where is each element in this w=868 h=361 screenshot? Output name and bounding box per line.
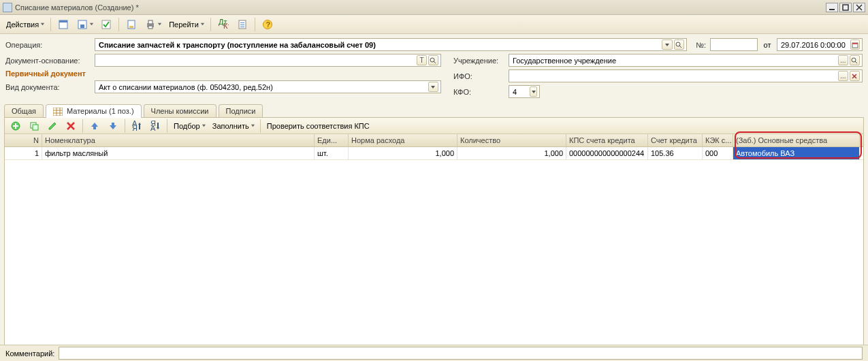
maximize-button[interactable] bbox=[839, 3, 852, 12]
cell-kek[interactable]: 000 bbox=[703, 147, 733, 159]
delete-row-button[interactable] bbox=[62, 119, 80, 133]
svg-rect-54 bbox=[157, 123, 159, 127]
goto-menu[interactable]: Перейти bbox=[165, 17, 207, 32]
col-kek[interactable]: КЭК с... bbox=[703, 134, 733, 146]
date-input[interactable] bbox=[779, 40, 849, 50]
date-calendar-button[interactable] bbox=[850, 40, 860, 50]
edit-row-button[interactable] bbox=[44, 119, 61, 133]
tab-commission[interactable]: Члены комиссии bbox=[144, 104, 216, 117]
tab-materials[interactable]: Материалы (1 поз.) bbox=[46, 104, 142, 118]
cell-qty[interactable]: 1,000 bbox=[457, 147, 566, 159]
col-n[interactable]: N bbox=[5, 134, 42, 146]
cell-norm[interactable]: 1,000 bbox=[349, 147, 457, 159]
col-norm[interactable]: Норма расхода bbox=[349, 134, 457, 146]
basis-search-button[interactable] bbox=[428, 55, 438, 65]
move-up-button[interactable] bbox=[86, 119, 103, 133]
col-kps[interactable]: КПС счета кредита bbox=[566, 134, 648, 146]
post-button[interactable] bbox=[97, 17, 115, 32]
ifo-field[interactable]: ... bbox=[509, 69, 863, 82]
doctype-dropdown-button[interactable] bbox=[428, 82, 439, 92]
date-field[interactable] bbox=[777, 38, 863, 51]
sort-asc-button[interactable]: АЯ bbox=[128, 119, 146, 133]
cell-kps[interactable]: 000000000000000244 bbox=[566, 147, 648, 159]
operation-field[interactable] bbox=[95, 38, 687, 51]
sort-desc-button[interactable]: ЯА bbox=[146, 119, 164, 133]
cell-sk[interactable]: 105.36 bbox=[648, 147, 703, 159]
doctype-field[interactable] bbox=[95, 80, 441, 93]
minimize-button[interactable] bbox=[826, 3, 838, 12]
basis-field[interactable]: T bbox=[95, 54, 441, 67]
svg-rect-10 bbox=[129, 26, 133, 28]
close-button[interactable] bbox=[853, 3, 865, 12]
col-ed[interactable]: Еди... bbox=[315, 134, 349, 146]
basis-type-button[interactable]: T bbox=[417, 55, 427, 65]
ifo-select-button[interactable]: ... bbox=[838, 71, 848, 81]
svg-rect-4 bbox=[59, 20, 67, 22]
svg-marker-49 bbox=[138, 123, 141, 125]
svg-rect-13 bbox=[148, 26, 152, 29]
basis-input[interactable] bbox=[97, 56, 415, 65]
svg-rect-19 bbox=[240, 22, 244, 23]
help-button[interactable]: ? bbox=[259, 17, 276, 32]
save-and-close-button[interactable] bbox=[54, 17, 72, 32]
report-button[interactable] bbox=[234, 17, 251, 32]
comment-field[interactable] bbox=[59, 347, 863, 360]
ifo-clear-button[interactable] bbox=[850, 71, 860, 81]
actions-menu[interactable]: Действия bbox=[3, 17, 47, 32]
svg-line-33 bbox=[855, 61, 857, 63]
footer: Комментарий: bbox=[0, 345, 868, 361]
col-sk[interactable]: Счет кредита bbox=[648, 134, 703, 146]
svg-line-30 bbox=[434, 61, 436, 63]
kfo-field[interactable] bbox=[509, 85, 540, 98]
check-kps-button[interactable]: Проверить соответствия КПС bbox=[263, 119, 373, 133]
save-menu-button[interactable] bbox=[74, 17, 96, 32]
svg-rect-42 bbox=[33, 125, 38, 130]
cell-os[interactable]: Автомобиль ВАЗ bbox=[733, 147, 860, 159]
print-menu-button[interactable] bbox=[142, 17, 164, 32]
tab-general[interactable]: Общая bbox=[4, 104, 44, 117]
number-input[interactable] bbox=[713, 40, 755, 50]
institution-label: Учреждение: bbox=[453, 57, 504, 65]
move-down-button[interactable] bbox=[104, 119, 122, 133]
svg-text:А: А bbox=[150, 124, 156, 131]
svg-rect-21 bbox=[240, 27, 244, 27]
cell-n[interactable]: 1 bbox=[5, 147, 42, 159]
svg-marker-24 bbox=[665, 44, 669, 46]
ifo-input[interactable] bbox=[511, 72, 837, 81]
svg-marker-53 bbox=[157, 127, 159, 129]
basis-label: Документ-основание: bbox=[5, 57, 91, 65]
cell-ed[interactable]: шт. bbox=[315, 147, 349, 159]
dtct-button[interactable]: ДтКт bbox=[214, 17, 232, 32]
kfo-label: КФО: bbox=[453, 88, 504, 96]
col-os[interactable]: (Заб.) Основные средства bbox=[733, 134, 860, 146]
kfo-input[interactable] bbox=[511, 87, 528, 97]
tab-signatures[interactable]: Подписи bbox=[219, 104, 263, 117]
grid-empty-area[interactable] bbox=[5, 160, 863, 348]
date-label: от bbox=[762, 41, 773, 49]
svg-marker-14 bbox=[158, 23, 161, 26]
operation-dropdown-button[interactable] bbox=[662, 40, 672, 50]
col-qty[interactable]: Количество bbox=[457, 134, 566, 146]
table-row[interactable]: 1 фильтр масляный шт. 1,000 1,000 000000… bbox=[5, 147, 863, 160]
institution-search-button[interactable] bbox=[850, 55, 860, 65]
copy-row-button[interactable] bbox=[25, 119, 43, 133]
select-items-button[interactable]: Подбор bbox=[170, 119, 208, 133]
fill-button[interactable]: Заполнить bbox=[209, 119, 257, 133]
doctype-input[interactable] bbox=[97, 82, 427, 92]
grid-header: N Номенклатура Еди... Норма расхода Коли… bbox=[5, 134, 863, 147]
add-row-button[interactable] bbox=[7, 119, 25, 133]
institution-input[interactable] bbox=[511, 56, 837, 65]
col-nom[interactable]: Номенклатура bbox=[42, 134, 315, 146]
institution-field[interactable]: ... bbox=[509, 54, 863, 67]
number-field[interactable] bbox=[710, 38, 758, 51]
comment-input[interactable] bbox=[61, 349, 860, 358]
operation-label: Операция: bbox=[5, 41, 91, 49]
operation-input[interactable] bbox=[97, 40, 660, 50]
svg-marker-15 bbox=[201, 23, 204, 26]
kfo-dropdown-button[interactable] bbox=[530, 87, 537, 97]
cell-nom[interactable]: фильтр масляный bbox=[42, 147, 315, 159]
svg-marker-56 bbox=[251, 125, 255, 127]
operation-search-button[interactable] bbox=[674, 40, 684, 50]
record-button[interactable] bbox=[123, 17, 140, 32]
institution-select-button[interactable]: ... bbox=[838, 55, 848, 65]
